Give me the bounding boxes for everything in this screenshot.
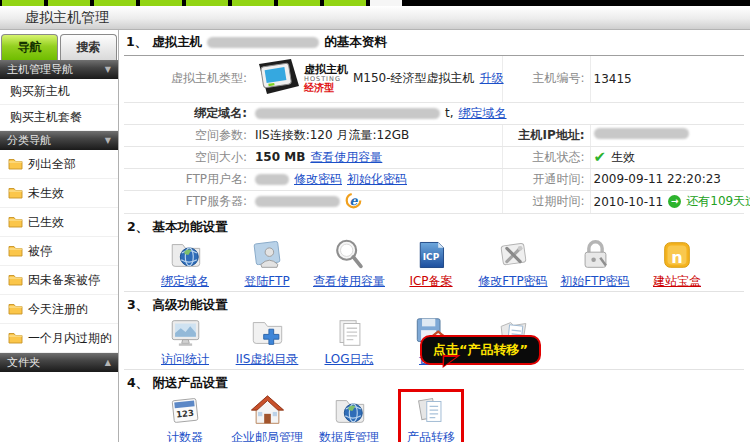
group-header-category-nav[interactable]: 分类导航▼ <box>0 131 118 150</box>
text-value: 生效 <box>611 149 635 166</box>
section-icon-row: 123计数器企业邮局管理数据库管理产品转移 <box>124 392 744 442</box>
label-host-status: 主机状态: <box>502 146 590 168</box>
inline-link[interactable]: 初始化密码 <box>347 171 407 188</box>
section-1-header: 1、 虚拟主机 的基本资料 <box>124 32 744 56</box>
sidebar-item-registered-today[interactable]: 今天注册的 <box>0 295 118 324</box>
group-header-folders[interactable]: 文件夹▲ <box>0 353 118 372</box>
action-label[interactable]: 访问统计 <box>144 352 226 367</box>
virtual-host-admin-page: 虚拟主机管理 导航搜索 主机管理导航▼购买新主机购买主机套餐分类导航▼列出全部未… <box>0 0 750 442</box>
host-info-table: 虚拟主机类型:虚拟主机HOSTING经济型M150-经济型虚拟主机升级主机编号:… <box>124 56 744 214</box>
sidebar-item-stopped[interactable]: 被停 <box>0 237 118 266</box>
value-open-time: 2009-09-11 22:20:23 <box>590 168 744 190</box>
label-open-time: 开通时间: <box>502 168 590 190</box>
label-bind-domain: 绑定域名: <box>124 102 252 124</box>
site-builder-box-icon: n <box>636 236 718 273</box>
database-management-icon <box>308 392 390 429</box>
sidebar-item-label: 因未备案被停 <box>28 272 100 289</box>
sidebar-item-buy-host-package[interactable]: 购买主机套餐 <box>0 105 118 131</box>
action-iis-virtual-dir[interactable]: IIS虚拟目录 <box>226 314 308 367</box>
sidebar-item-list-all[interactable]: 列出全部 <box>0 150 118 179</box>
sidebar-tab-nav[interactable]: 导航 <box>1 34 58 60</box>
sidebar-item-label: 未生效 <box>28 185 64 202</box>
action-database-management[interactable]: 数据库管理 <box>308 392 390 442</box>
value-parts: 2009-09-11 22:20:23 <box>594 172 721 186</box>
action-counter[interactable]: 123计数器 <box>144 392 226 442</box>
action-label[interactable]: 产品转移 <box>390 430 472 442</box>
label-ftp-server: FTP服务器: <box>124 190 252 213</box>
redacted-value <box>594 128 689 139</box>
action-log[interactable]: LOG日志 <box>308 314 390 367</box>
inline-link[interactable]: 绑定域名 <box>459 105 507 122</box>
action-bind-domain[interactable]: 绑定域名 <box>144 236 226 289</box>
info-row: FTP用户名:修改密码初始化密码开通时间:2009-09-11 22:20:23 <box>124 168 744 190</box>
action-site-builder-box[interactable]: n建站宝盒 <box>636 236 718 289</box>
action-label[interactable]: 建站宝盒 <box>636 274 718 289</box>
sidebar-groups: 主机管理导航▼购买新主机购买主机套餐分类导航▼列出全部未生效已生效被停因未备案被… <box>0 60 118 372</box>
value-parts: 2010-10-11→还有109天过期续费 <box>594 193 750 210</box>
svg-text:n: n <box>671 247 682 266</box>
sidebar-item-stopped-no-icp[interactable]: 因未备案被停 <box>0 266 118 295</box>
iis-virtual-dir-icon <box>226 314 308 351</box>
value-host-id: 13415 <box>590 56 744 102</box>
action-view-usage[interactable]: 查看使用容量 <box>308 236 390 289</box>
ie-browser-icon[interactable]: e <box>345 192 362 212</box>
sidebar-tab-search[interactable]: 搜索 <box>60 34 117 60</box>
label-host-id: 主机编号: <box>502 56 590 102</box>
hosting-plan-logo: 虚拟主机HOSTING经济型 <box>255 58 348 99</box>
value-parts: 虚拟主机HOSTING经济型M150-经济型虚拟主机升级 <box>255 58 504 99</box>
menu-strip-segment <box>186 0 228 6</box>
section-title: 附送产品设置 <box>153 375 228 390</box>
value-parts: ✔生效 <box>594 149 636 166</box>
inline-link[interactable]: 升级 <box>480 70 504 87</box>
action-label[interactable]: ICP备案 <box>390 274 472 289</box>
text-value: 13415 <box>594 72 632 86</box>
folder-icon <box>8 245 23 257</box>
mail-management-icon <box>226 392 308 429</box>
inline-link[interactable]: 查看使用容量 <box>310 149 382 166</box>
value-host-status: ✔生效 <box>590 146 744 168</box>
action-label[interactable]: 登陆FTP <box>226 274 308 289</box>
section-header: 2、 基本功能设置 <box>124 214 744 236</box>
sidebar-item-expire-in-month[interactable]: 一个月内过期的 <box>0 324 118 353</box>
action-icp-filing[interactable]: ICPICP备案 <box>390 236 472 289</box>
section-title-suffix: 的基本资料 <box>324 34 387 51</box>
action-label[interactable]: 修改FTP密码 <box>472 274 554 289</box>
action-label[interactable]: 查看使用容量 <box>308 274 390 289</box>
action-visit-stats[interactable]: 访问统计 <box>144 314 226 367</box>
action-label[interactable]: 初始FTP密码 <box>554 274 636 289</box>
group-header-host-management[interactable]: 主机管理导航▼ <box>0 60 118 79</box>
action-init-ftp-password[interactable]: 初始FTP密码 <box>554 236 636 289</box>
page-title: 虚拟主机管理 <box>0 6 750 30</box>
info-row: 绑定域名:t,绑定域名 <box>124 102 744 124</box>
redacted-value <box>255 108 440 119</box>
group-title: 主机管理导航 <box>7 62 73 77</box>
action-label[interactable]: 数据库管理 <box>308 430 390 442</box>
text-value-bold: 150 MB <box>255 150 305 164</box>
text-value: M150-经济型虚拟主机 <box>353 70 475 87</box>
action-label[interactable]: LOG日志 <box>308 352 390 367</box>
folder-icon <box>8 303 23 315</box>
text-value: IIS连接数:120 月流量:12GB <box>255 127 409 144</box>
hosting-logo-line: 经济型 <box>304 83 348 94</box>
chevron-icon: ▼ <box>105 136 111 145</box>
action-label[interactable]: 企业邮局管理 <box>226 430 308 442</box>
sidebar-item-buy-new-host[interactable]: 购买新主机 <box>0 79 118 105</box>
sidebar-item-label: 列出全部 <box>28 156 76 173</box>
sidebar-item-not-active[interactable]: 未生效 <box>0 179 118 208</box>
action-label[interactable]: 绑定域名 <box>144 274 226 289</box>
section-title: 高级功能设置 <box>153 297 228 312</box>
feature-sections: 2、 基本功能设置绑定域名登陆FTP查看使用容量ICPICP备案修改FTP密码初… <box>124 214 744 442</box>
action-label[interactable]: IIS虚拟目录 <box>226 352 308 367</box>
inline-link[interactable]: 修改密码 <box>294 171 342 188</box>
action-product-transfer[interactable]: 产品转移 <box>390 392 472 442</box>
folder-icon <box>8 187 23 199</box>
action-mail-management[interactable]: 企业邮局管理 <box>226 392 308 442</box>
info-row: 空间参数:IIS连接数:120 月流量:12GB主机IP地址: <box>124 124 744 146</box>
sidebar-item-active[interactable]: 已生效 <box>0 208 118 237</box>
menu-strip-segment <box>232 0 274 6</box>
group-title: 文件夹 <box>7 355 40 370</box>
hosting-logo-text: 虚拟主机HOSTING经济型 <box>304 64 348 93</box>
action-login-ftp[interactable]: 登陆FTP <box>226 236 308 289</box>
action-label[interactable]: 计数器 <box>144 430 226 442</box>
action-change-ftp-password[interactable]: 修改FTP密码 <box>472 236 554 289</box>
